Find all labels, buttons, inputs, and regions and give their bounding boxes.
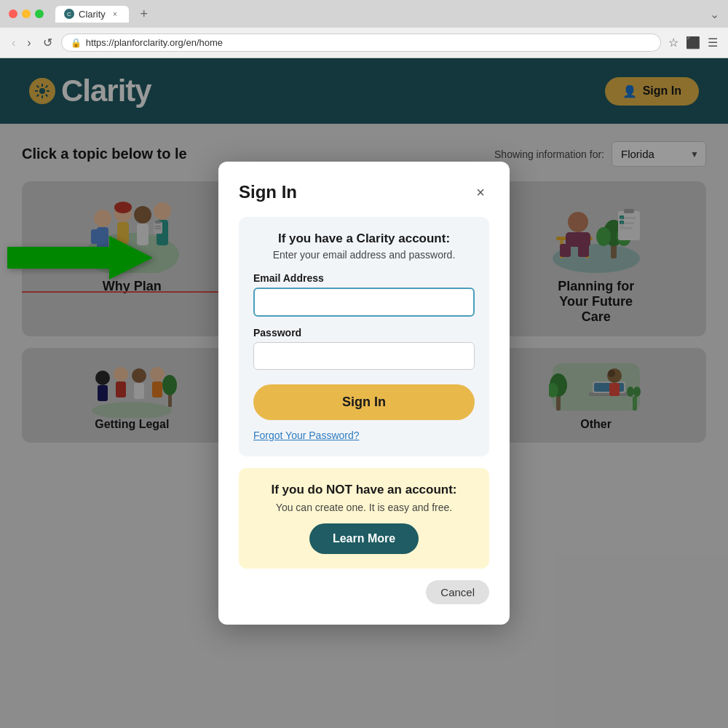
browser-chrome: C Clarity × + ⌄ ‹ › ↺ 🔒 https://planforc… [0, 0, 728, 58]
signin-card-subheading: Enter your email address and password. [253, 249, 475, 261]
browser-toolbar: ‹ › ↺ 🔒 https://planforclarity.org/en/ho… [0, 28, 728, 58]
browser-tab[interactable]: C Clarity × [55, 6, 129, 23]
password-form-group: Password [253, 327, 475, 370]
password-input[interactable] [253, 342, 475, 370]
bookmark-button[interactable]: ☆ [667, 34, 680, 51]
menu-button[interactable]: ☰ [706, 34, 719, 51]
new-tab-button[interactable]: + [135, 4, 154, 23]
forgot-password-link[interactable]: Forgot Your Password? [253, 430, 360, 441]
password-label: Password [253, 327, 475, 339]
tab-favicon: C [64, 9, 74, 19]
modal-footer: Cancel [239, 580, 489, 604]
signin-card: If you have a Clarity account: Enter you… [239, 217, 489, 456]
no-account-heading: If you do NOT have an account: [253, 483, 475, 497]
no-account-subheading: You can create one. It is easy and free. [253, 502, 475, 513]
url-text: https://planforclarity.org/en/home [86, 37, 223, 48]
email-form-group: Email Address [253, 272, 475, 317]
modal-header: Sign In × [239, 182, 489, 202]
cancel-button[interactable]: Cancel [426, 580, 489, 604]
extensions-button[interactable]: ⬛ [684, 34, 702, 51]
page-wrapper: Clarity 👤 Sign In Click a topic below to… [0, 58, 728, 728]
maximize-dot[interactable] [35, 9, 44, 18]
more-tabs-button[interactable]: ⌄ [710, 7, 719, 21]
signin-modal: Sign In × If you have a Clarity account:… [218, 162, 510, 625]
refresh-button[interactable]: ↺ [40, 34, 55, 51]
browser-titlebar: C Clarity × + ⌄ [0, 0, 728, 28]
learn-more-button[interactable]: Learn More [309, 523, 419, 554]
tab-title: Clarity [79, 9, 106, 20]
toolbar-actions: ☆ ⬛ ☰ [667, 34, 719, 51]
signin-button[interactable]: Sign In [253, 384, 475, 420]
back-button[interactable]: ‹ [9, 35, 18, 51]
email-input[interactable] [253, 288, 475, 317]
address-bar[interactable]: 🔒 https://planforclarity.org/en/home [61, 33, 661, 52]
no-account-card: If you do NOT have an account: You can c… [239, 468, 489, 569]
modal-title: Sign In [239, 182, 297, 202]
minimize-dot[interactable] [22, 9, 31, 18]
close-dot[interactable] [9, 9, 17, 18]
email-label: Email Address [253, 272, 475, 284]
browser-dots [9, 9, 44, 18]
forward-button[interactable]: › [24, 35, 33, 51]
tab-close-button[interactable]: × [110, 9, 120, 19]
secure-icon: 🔒 [71, 38, 82, 48]
signin-card-heading: If you have a Clarity account: [253, 232, 475, 246]
modal-close-button[interactable]: × [472, 183, 489, 202]
